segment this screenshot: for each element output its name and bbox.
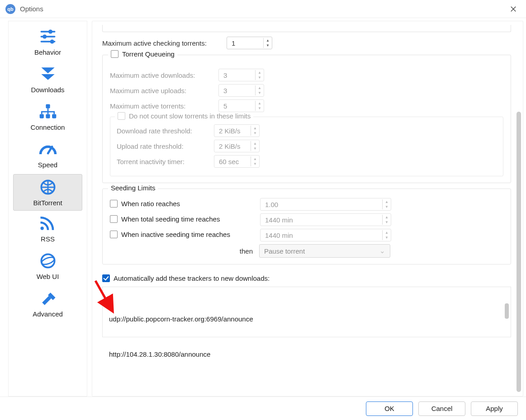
spinner-up-icon: ▲ [383,215,391,220]
tools-icon [9,288,87,308]
network-icon [9,102,87,122]
auto-trackers-label: Automatically add these trackers to new … [114,274,270,282]
svg-rect-6 [46,104,50,109]
svg-point-5 [50,39,54,43]
spinner-value: 3 [219,71,255,79]
torrent-queueing-group: Torrent Queueing Maximum active download… [102,55,511,183]
downloads-icon [9,64,87,84]
spinner-value: 1.00 [261,201,382,208]
spinner-value: 1 [227,39,263,47]
sidebar-item-label: Connection [9,123,87,131]
spinner-down-icon[interactable]: ▼ [264,43,272,48]
max-active-uploads-spinner: 3 ▲▼ [218,84,264,97]
svg-rect-9 [52,114,56,118]
max-active-downloads-spinner: 3 ▲▼ [218,69,264,81]
apply-button[interactable]: Apply [471,401,518,416]
max-active-torrents-row: Maximum active torrents: 5 ▲▼ [110,99,503,112]
inactivity-timer-row: Torrent inactivity timer: 60 sec ▲▼ [117,155,497,168]
sidebar-item-label: Advanced [9,310,87,318]
close-icon[interactable] [506,2,521,16]
total-seeding-label: When total seeding time reaches [121,215,220,223]
sidebar: Behavior Downloads Connection Speed BitT… [8,21,87,396]
slow-torrents-legend: Do not count slow torrents in these limi… [129,112,251,120]
chevron-down-icon: ⌄ [379,247,385,255]
spinner-down-icon: ▼ [383,235,391,240]
spinner-down-icon: ▼ [251,161,259,166]
spinner-down-icon: ▼ [251,131,259,136]
torrent-queueing-checkbox[interactable]: Torrent Queueing [111,50,175,58]
ok-button[interactable]: OK [366,401,413,416]
auto-trackers-checkbox[interactable]: Automatically add these trackers to new … [102,274,270,282]
content-panel: Maximum active checking torrents: 1 ▲▼ T… [92,21,523,396]
spinner-up-icon: ▲ [383,230,391,235]
qbittorrent-icon: qb [5,4,15,14]
max-active-uploads-row: Maximum active uploads: 3 ▲▼ [110,84,503,97]
sidebar-item-advanced[interactable]: Advanced [9,286,87,323]
inactivity-timer-spinner: 60 sec ▲▼ [214,155,260,168]
select-value: Pause torrent [264,247,305,255]
spinner-value: 2 KiB/s [214,127,251,135]
content-scrollbar[interactable] [517,112,521,392]
checkbox-icon [111,50,118,58]
sidebar-item-behavior[interactable]: Behavior [9,24,87,61]
spinner-up-icon: ▲ [251,156,259,161]
inactive-seeding-row: When inactive seeding time reaches 1440 … [110,229,503,241]
spinner-up-icon: ▲ [256,101,264,106]
ratio-limit-checkbox[interactable]: When ratio reaches [110,200,180,208]
total-seeding-checkbox[interactable]: When total seeding time reaches [110,215,220,223]
cutoff-groupbox [102,25,511,32]
globe-icon [14,177,82,197]
textarea-scrollbar[interactable] [505,303,509,319]
sidebar-item-rss[interactable]: RSS [9,211,87,248]
checkbox-icon [102,274,110,282]
torrent-queueing-legend: Torrent Queueing [122,50,175,58]
seeding-limits-group: Seeding Limits When ratio reaches 1.00▲▼… [102,189,511,264]
svg-point-11 [40,227,43,230]
checkbox-icon [110,200,118,208]
spinner-down-icon: ▼ [256,75,264,80]
svg-rect-7 [39,114,43,118]
ul-rate-threshold-row: Upload rate threshold: 2 KiB/s ▲▼ [117,140,497,152]
seeding-limits-legend: Seeding Limits [111,184,155,192]
sidebar-item-speed[interactable]: Speed [9,137,87,174]
sidebar-item-label: Downloads [9,86,87,94]
sidebar-item-connection[interactable]: Connection [9,99,87,137]
max-active-checking-label: Maximum active checking torrents: [102,39,222,47]
sidebar-item-bittorrent[interactable]: BitTorrent [13,174,82,211]
inactive-seeding-label: When inactive seeding time reaches [121,231,230,238]
svg-rect-8 [46,114,50,118]
dl-rate-threshold-spinner: 2 KiB/s ▲▼ [214,124,260,137]
spinner-up-icon: ▲ [251,141,259,146]
spinner-value: 5 [219,102,255,110]
auto-trackers-textarea[interactable]: udp://public.popcorn-tracker.org:6969/an… [102,287,511,337]
gauge-icon [9,139,87,159]
inactive-seeding-spinner: 1440 min▲▼ [260,229,391,241]
max-active-downloads-row: Maximum active downloads: 3 ▲▼ [110,69,503,81]
svg-point-3 [43,34,47,38]
max-active-checking-spinner[interactable]: 1 ▲▼ [227,37,272,49]
sidebar-item-downloads[interactable]: Downloads [9,61,87,99]
auto-trackers-row: Automatically add these trackers to new … [102,274,511,282]
max-active-downloads-label: Maximum active downloads: [110,71,214,79]
sidebar-item-webui[interactable]: Web UI [9,248,87,286]
sidebar-item-label: Behavior [9,48,87,56]
spinner-down-icon: ▼ [383,220,391,225]
bittorrent-settings: Maximum active checking torrents: 1 ▲▼ T… [92,21,523,396]
inactive-seeding-checkbox[interactable]: When inactive seeding time reaches [110,231,230,238]
body: Behavior Downloads Connection Speed BitT… [0,18,526,396]
spinner-up-icon[interactable]: ▲ [264,38,272,43]
spinner-down-icon: ▼ [383,204,391,209]
cancel-button[interactable]: Cancel [418,401,465,416]
ul-rate-threshold-label: Upload rate threshold: [117,142,209,150]
trackers-text: udp://public.popcorn-tracker.org:6969/an… [109,315,253,358]
checkbox-icon [110,231,118,238]
web-icon [9,251,87,271]
max-active-torrents-label: Maximum active torrents: [110,102,214,110]
total-seeding-spinner: 1440 min▲▼ [260,213,391,226]
svg-rect-0 [40,31,55,33]
spinner-up-icon: ▲ [383,199,391,204]
sidebar-item-label: Speed [9,161,87,169]
spinner-value: 2 KiB/s [214,142,251,150]
sidebar-item-label: Web UI [9,273,87,280]
spinner-value: 60 sec [214,158,251,165]
